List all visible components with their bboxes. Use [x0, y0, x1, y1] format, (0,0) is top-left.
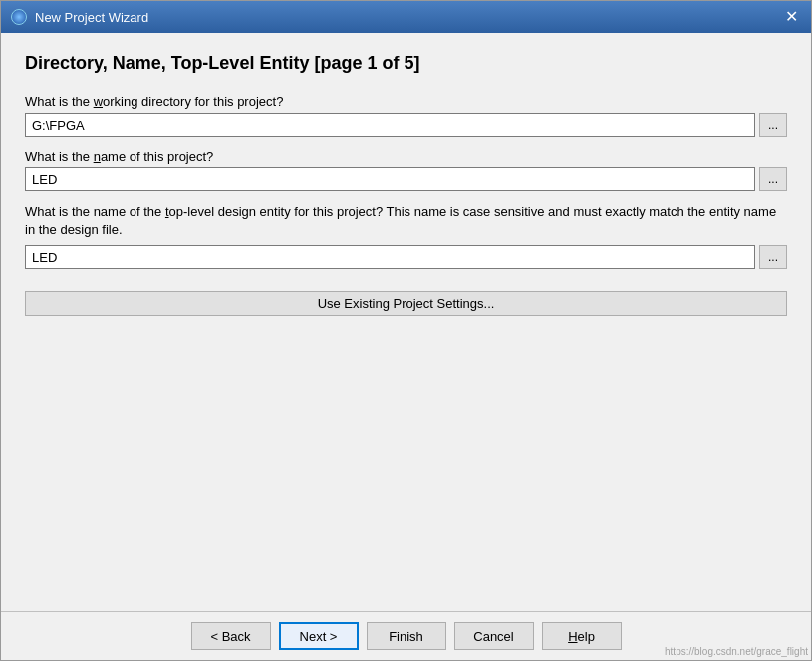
title-bar-left: New Project Wizard — [11, 9, 148, 25]
project-name-label: What is the name of this project? — [25, 149, 787, 164]
app-icon — [11, 9, 27, 25]
existing-settings-button[interactable]: Use Existing Project Settings... — [25, 291, 787, 316]
content-spacer — [25, 316, 787, 591]
page-title: Directory, Name, Top-Level Entity [page … — [25, 53, 787, 74]
top-level-row: ... — [25, 245, 787, 269]
dialog-content: Directory, Name, Top-Level Entity [page … — [1, 33, 811, 611]
project-name-input[interactable] — [25, 167, 755, 191]
title-bar: New Project Wizard ✕ — [1, 1, 811, 33]
dialog-footer: < Back Next > Finish Cancel Help — [1, 611, 811, 660]
help-button[interactable]: Help — [542, 622, 622, 650]
working-dir-label: What is the working directory for this p… — [25, 94, 787, 109]
finish-button[interactable]: Finish — [367, 622, 446, 650]
working-dir-row: ... — [25, 113, 787, 137]
working-dir-input[interactable] — [25, 113, 755, 137]
top-level-input[interactable] — [25, 245, 755, 269]
back-button[interactable]: < Back — [191, 622, 271, 650]
dialog-window: New Project Wizard ✕ Directory, Name, To… — [0, 0, 812, 661]
window-title: New Project Wizard — [35, 10, 148, 25]
working-dir-browse-button[interactable]: ... — [759, 113, 787, 137]
project-name-row: ... — [25, 167, 787, 191]
project-name-browse-button[interactable]: ... — [759, 167, 787, 191]
cancel-button[interactable]: Cancel — [454, 622, 534, 650]
next-button[interactable]: Next > — [279, 622, 359, 650]
close-button[interactable]: ✕ — [781, 7, 801, 27]
top-level-browse-button[interactable]: ... — [759, 245, 787, 269]
top-level-label: What is the name of the top-level design… — [25, 203, 787, 239]
